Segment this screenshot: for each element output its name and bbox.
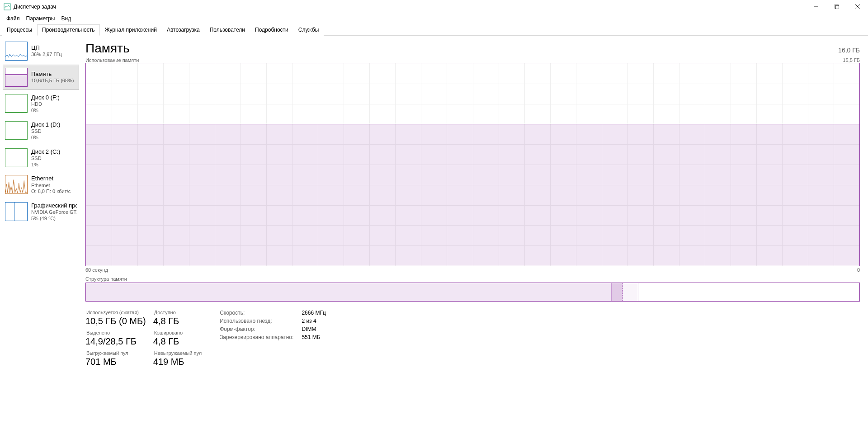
- tab-users[interactable]: Пользователи: [205, 24, 250, 36]
- composition-modified: [612, 283, 623, 301]
- sidebar-disk0-sub1: HDD: [31, 101, 60, 108]
- tab-strip: Процессы Производительность Журнал прило…: [0, 24, 868, 36]
- cpu-thumb-icon: [5, 42, 28, 61]
- slots-value: 2 из 4: [302, 318, 326, 324]
- paged-pool-label: Выгружаемый пул: [85, 350, 146, 356]
- maximize-button[interactable]: [826, 0, 847, 14]
- hwreserved-key: Зарезервировано аппаратно:: [220, 334, 293, 340]
- sidebar-item-disk2[interactable]: Диск 2 (C:) SSD 1%: [3, 145, 79, 171]
- usage-chart-label: Использование памяти: [85, 57, 139, 63]
- slots-key: Использовано гнезд:: [220, 318, 293, 324]
- sidebar-item-disk0[interactable]: Диск 0 (F:) HDD 0%: [3, 91, 79, 117]
- nonpaged-pool-value: 419 МБ: [153, 357, 202, 367]
- sidebar-disk1-sub2: 0%: [31, 135, 60, 141]
- available-label: Доступно: [153, 310, 202, 315]
- disk1-thumb-icon: [5, 121, 28, 140]
- svg-rect-3: [835, 5, 839, 9]
- menubar: Файл Параметры Вид: [0, 14, 868, 24]
- tab-startup[interactable]: Автозагрузка: [162, 24, 205, 36]
- total-memory-label: 16,0 ГБ: [838, 47, 860, 54]
- sidebar-disk1-title: Диск 1 (D:): [31, 121, 60, 128]
- window-controls: [806, 0, 868, 14]
- sidebar-eth-sub1: Ethernet: [31, 183, 71, 189]
- sidebar-item-gpu[interactable]: Графический процессор 0 NVIDIA GeForce G…: [3, 199, 79, 225]
- menu-file[interactable]: Файл: [4, 14, 23, 23]
- composition-in-use: [86, 283, 612, 301]
- sidebar-mem-title: Память: [31, 71, 74, 78]
- nonpaged-pool-label: Невыгружаемый пул: [153, 350, 202, 356]
- formfactor-key: Форм-фактор:: [220, 326, 293, 332]
- memory-usage-chart: [85, 63, 860, 266]
- tab-services[interactable]: Службы: [293, 24, 324, 36]
- memory-structure-label: Структура памяти: [85, 276, 860, 282]
- sidebar-item-ethernet[interactable]: Ethernet Ethernet О: 8,0 П: 0 кбит/с: [3, 172, 79, 198]
- hwreserved-value: 551 МБ: [302, 334, 326, 340]
- disk2-thumb-icon: [5, 148, 28, 167]
- page-title: Память: [85, 41, 130, 56]
- performance-sidebar: ЦП 36% 2,97 ГГц Память 10,6/15,5 ГБ (68%…: [0, 36, 79, 448]
- tab-details[interactable]: Подробности: [250, 24, 293, 36]
- sidebar-eth-sub2: О: 8,0 П: 0 кбит/с: [31, 189, 71, 195]
- ethernet-thumb-icon: [5, 175, 28, 194]
- menu-options[interactable]: Параметры: [24, 14, 58, 23]
- gpu-thumb-icon: [5, 202, 28, 221]
- sidebar-item-cpu[interactable]: ЦП 36% 2,97 ГГц: [3, 38, 79, 64]
- sidebar-mem-sub: 10,6/15,5 ГБ (68%): [31, 78, 74, 84]
- sidebar-item-memory[interactable]: Память 10,6/15,5 ГБ (68%): [3, 65, 79, 90]
- chart-axis-left: 60 секунд: [85, 267, 108, 273]
- sidebar-disk0-sub2: 0%: [31, 108, 60, 114]
- tab-processes[interactable]: Процессы: [2, 24, 37, 36]
- tab-app-history[interactable]: Журнал приложений: [100, 24, 162, 36]
- committed-label: Выделено: [85, 330, 146, 335]
- sidebar-cpu-title: ЦП: [31, 44, 62, 52]
- performance-content: Память 16,0 ГБ Использование памяти 15,5…: [79, 36, 868, 448]
- minimize-button[interactable]: [806, 0, 826, 14]
- composition-standby: [623, 283, 638, 301]
- sidebar-disk2-title: Диск 2 (C:): [31, 148, 60, 156]
- menu-view[interactable]: Вид: [58, 14, 74, 23]
- sidebar-gpu-title: Графический процессор 0: [31, 202, 77, 209]
- cached-label: Кэшировано: [153, 330, 202, 335]
- sidebar-item-disk1[interactable]: Диск 1 (D:) SSD 0%: [3, 118, 79, 144]
- composition-free: [638, 283, 859, 301]
- chart-used-area: [86, 124, 859, 266]
- sidebar-disk2-sub1: SSD: [31, 156, 60, 162]
- chart-axis-right: 0: [857, 267, 860, 273]
- titlebar: Диспетчер задач: [0, 0, 868, 14]
- app-icon: [4, 3, 11, 10]
- memory-thumb-icon: [5, 68, 28, 87]
- usage-chart-max: 15,5 ГБ: [843, 57, 860, 63]
- sidebar-eth-title: Ethernet: [31, 175, 71, 182]
- close-button[interactable]: [847, 0, 868, 14]
- formfactor-value: DIMM: [302, 326, 326, 332]
- sidebar-disk0-title: Диск 0 (F:): [31, 94, 60, 101]
- speed-key: Скорость:: [220, 310, 293, 316]
- sidebar-cpu-sub: 36% 2,97 ГГц: [31, 52, 62, 58]
- tab-performance[interactable]: Производительность: [37, 24, 99, 36]
- available-value: 4,8 ГБ: [153, 316, 202, 326]
- sidebar-disk1-sub1: SSD: [31, 128, 60, 135]
- committed-value: 14,9/28,5 ГБ: [85, 336, 146, 347]
- disk0-thumb-icon: [5, 94, 28, 113]
- memory-composition-bar: [85, 283, 860, 302]
- sidebar-gpu-sub2: 5% (49 °C): [31, 216, 77, 222]
- cached-value: 4,8 ГБ: [153, 336, 202, 347]
- sidebar-gpu-sub1: NVIDIA GeForce GTX 1650: [31, 209, 77, 216]
- window-title: Диспетчер задач: [14, 4, 56, 10]
- in-use-value: 10,5 ГБ (0 МБ): [85, 316, 146, 326]
- speed-value: 2666 МГц: [302, 310, 326, 316]
- sidebar-disk2-sub2: 1%: [31, 162, 60, 168]
- paged-pool-value: 701 МБ: [85, 357, 146, 367]
- memory-details: Используется (сжатая) 10,5 ГБ (0 МБ) Выд…: [85, 310, 860, 371]
- main-area: ЦП 36% 2,97 ГГц Память 10,6/15,5 ГБ (68%…: [0, 36, 868, 448]
- in-use-label: Используется (сжатая): [85, 310, 146, 315]
- svg-rect-0: [4, 4, 10, 10]
